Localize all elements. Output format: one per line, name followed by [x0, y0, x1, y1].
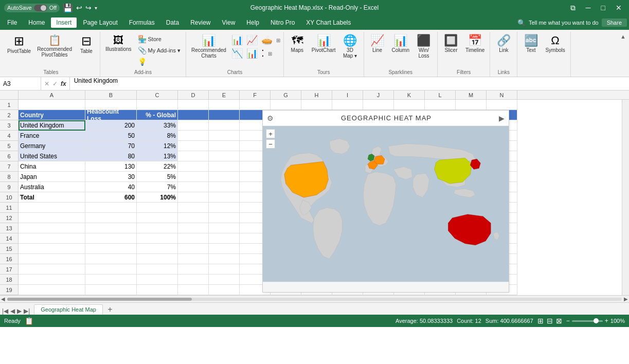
cell-12-C[interactable]: [137, 213, 178, 223]
cell-11-E[interactable]: [209, 203, 240, 213]
cell-12-D[interactable]: [178, 213, 209, 223]
cell-6-E[interactable]: [209, 151, 240, 161]
store-button[interactable]: 🏪 Store: [136, 34, 183, 44]
sparkline-winloss-button[interactable]: ⬛ Win/Loss: [414, 34, 434, 60]
cell-2-E[interactable]: [209, 110, 240, 120]
cell-1-J[interactable]: [363, 100, 394, 110]
cell-1-B[interactable]: [85, 100, 137, 110]
cell-12-E[interactable]: [209, 213, 240, 223]
cell-5-E[interactable]: [209, 141, 240, 151]
row-number[interactable]: 8: [0, 172, 19, 182]
scatter-chart-button[interactable]: ⁚: [260, 47, 265, 60]
col-header-K[interactable]: K: [394, 90, 425, 99]
cell-3-E[interactable]: [209, 120, 240, 131]
cell-10-D[interactable]: [178, 192, 209, 203]
col-header-D[interactable]: D: [178, 90, 209, 99]
cell-19-A[interactable]: [19, 285, 85, 295]
cell-1-L[interactable]: [425, 100, 456, 110]
formula-fx-icon[interactable]: fx: [61, 80, 66, 87]
row-number[interactable]: 5: [0, 141, 19, 151]
pie-chart-button[interactable]: 🥧: [260, 34, 274, 46]
cell-5-C[interactable]: 12%: [137, 141, 178, 151]
col-header-B[interactable]: B: [85, 90, 137, 99]
cell-19-B[interactable]: [85, 285, 137, 295]
cell-7-E[interactable]: [209, 161, 240, 172]
cell-1-F[interactable]: [240, 100, 271, 110]
menu-nitro[interactable]: Nitro Pro: [265, 17, 300, 28]
link-button[interactable]: 🔗 Link: [493, 34, 514, 54]
cell-17-A[interactable]: [19, 264, 85, 275]
col-header-E[interactable]: E: [209, 90, 240, 99]
search-label[interactable]: Tell me what you want to do: [529, 20, 599, 26]
row-number[interactable]: 13: [0, 223, 19, 233]
cell-13-E[interactable]: [209, 223, 240, 233]
formula-input[interactable]: United Kingdom: [70, 77, 629, 90]
menu-file[interactable]: File: [2, 17, 22, 28]
row-number[interactable]: 2: [0, 110, 19, 120]
zoom-out-button[interactable]: −: [266, 139, 275, 149]
autosave-toggle[interactable]: AutoSave Off: [4, 4, 60, 12]
row-number[interactable]: 19: [0, 285, 19, 295]
cell-19-D[interactable]: [178, 285, 209, 295]
cell-10-B[interactable]: 600: [85, 192, 137, 203]
formula-cancel-icon[interactable]: ✕: [44, 80, 49, 87]
cell-12-B[interactable]: [85, 213, 137, 223]
cell-2-A[interactable]: Country: [19, 110, 85, 120]
cell-17-C[interactable]: [137, 264, 178, 275]
cell-1-A[interactable]: [19, 100, 85, 110]
cell-1-G[interactable]: [271, 100, 301, 110]
cell-2-B[interactable]: Headcount Loss: [85, 110, 137, 120]
cell-11-B[interactable]: [85, 203, 137, 213]
cell-7-C[interactable]: 22%: [137, 161, 178, 172]
cell-10-E[interactable]: [209, 192, 240, 203]
cell-1-K[interactable]: [394, 100, 425, 110]
maps-button[interactable]: 🗺 Maps: [287, 34, 308, 54]
share-button[interactable]: Share: [602, 19, 627, 27]
redo-icon[interactable]: ↪: [85, 4, 92, 12]
cell-11-A[interactable]: [19, 203, 85, 213]
cell-18-B[interactable]: [85, 275, 137, 285]
cell-13-B[interactable]: [85, 223, 137, 233]
cell-4-D[interactable]: [178, 131, 209, 141]
cell-3-B[interactable]: 200: [85, 120, 137, 131]
3dmap-button[interactable]: 🌐 3DMap ▾: [340, 34, 361, 60]
cell-5-D[interactable]: [178, 141, 209, 151]
cell-6-D[interactable]: [178, 151, 209, 161]
autosave-toggle-switch[interactable]: [34, 5, 47, 11]
formula-confirm-icon[interactable]: ✓: [52, 80, 58, 87]
col-header-F[interactable]: F: [240, 90, 271, 99]
cell-3-C[interactable]: 33%: [137, 120, 178, 131]
menu-insert[interactable]: Insert: [51, 17, 77, 28]
quick-access-dropdown[interactable]: ▾: [95, 5, 97, 11]
cell-15-C[interactable]: [137, 244, 178, 254]
col-header-L[interactable]: L: [425, 90, 456, 99]
cell-17-E[interactable]: [209, 264, 240, 275]
cell-5-B[interactable]: 70: [85, 141, 137, 151]
cell-4-C[interactable]: 8%: [137, 131, 178, 141]
cell-8-B[interactable]: 30: [85, 172, 137, 182]
h-scroll-thumb[interactable]: [7, 298, 192, 301]
column-chart-button[interactable]: 📊: [230, 34, 244, 46]
timeline-button[interactable]: 📅 Timeline: [463, 34, 487, 54]
line-chart-button[interactable]: 📈: [245, 34, 259, 46]
row-number[interactable]: 1: [0, 100, 19, 110]
cell-6-C[interactable]: 13%: [137, 151, 178, 161]
text-button[interactable]: 🔤 Text: [520, 34, 541, 54]
ribbon-collapse[interactable]: ▲: [619, 32, 627, 41]
minimize-icon[interactable]: ─: [583, 3, 594, 13]
cell-13-C[interactable]: [137, 223, 178, 233]
row-number[interactable]: 16: [0, 254, 19, 264]
row-number[interactable]: 3: [0, 120, 19, 131]
cell-1-C[interactable]: [137, 100, 178, 110]
recommended-charts-button[interactable]: 📊 RecommendedCharts: [189, 34, 228, 60]
cell-13-A[interactable]: [19, 223, 85, 233]
cell-15-E[interactable]: [209, 244, 240, 254]
pivotchart-button[interactable]: 📊 PivotChart: [310, 34, 338, 54]
cell-18-A[interactable]: [19, 275, 85, 285]
cell-19-E[interactable]: [209, 285, 240, 295]
cell-16-D[interactable]: [178, 254, 209, 264]
zoom-slider[interactable]: [572, 320, 603, 322]
cell-17-D[interactable]: [178, 264, 209, 275]
cell-14-B[interactable]: [85, 233, 137, 244]
cell-1-H[interactable]: [301, 100, 332, 110]
